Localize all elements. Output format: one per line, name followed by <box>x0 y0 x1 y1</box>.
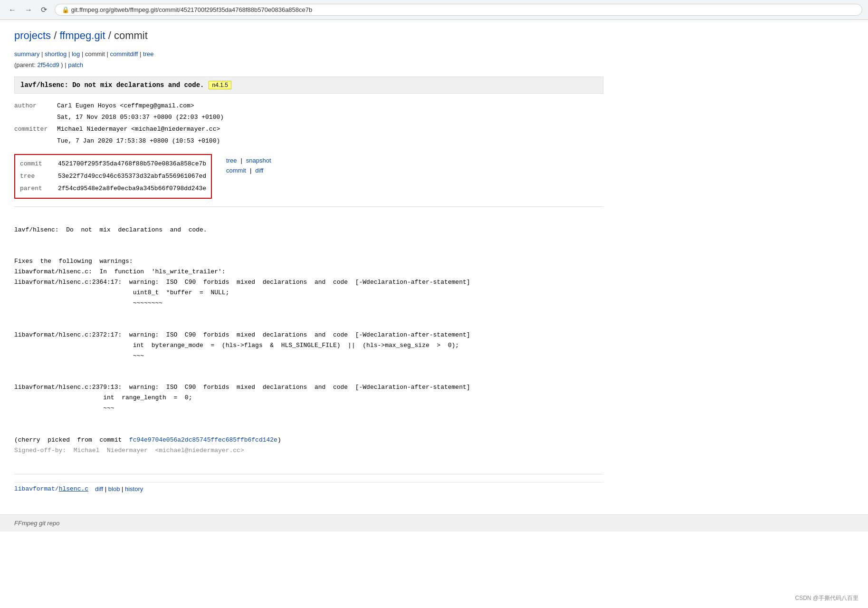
footer-text: FFmpeg git repo <box>14 520 59 527</box>
nav-patch[interactable]: patch <box>68 61 83 68</box>
nav-links: summary | shortlog | log | commit | comm… <box>14 48 603 71</box>
nav-commitdiff[interactable]: commitdiff <box>110 50 138 58</box>
tag-badge: n4.1.5 <box>209 81 231 89</box>
page-footer: FFmpeg git repo <box>0 514 868 531</box>
msg-line15: ~~~ <box>14 405 114 412</box>
parent-hash-value: 2f54cd9548e2a8fe0ecba9a345b66f0798dd243e <box>58 183 206 195</box>
commit-diff-row: commit | diff <box>226 167 271 174</box>
author-name: Carl Eugen Hoyos <ceffmpeg@gmail.com> <box>57 100 194 112</box>
tree-snapshot-row: tree | snapshot <box>226 157 271 164</box>
committer-row: committer Michael Niedermayer <michael@n… <box>14 124 603 135</box>
commit-hash-row: commit 4521700f295f35da4768f88b570e0836a… <box>20 158 206 170</box>
nav-log[interactable]: log <box>72 50 80 58</box>
nav-parent-suffix: ) <box>61 61 63 68</box>
url-text: git.ffmpeg.org/gitweb/ffmpeg.git/commit/… <box>71 6 313 13</box>
breadcrumb-current: commit <box>114 29 148 41</box>
tree-hash-row: tree 53e22f7d49cc946c635373d32abfa556961… <box>20 170 206 183</box>
diff-link[interactable]: diff <box>255 167 263 174</box>
msg-line11: ~~~ <box>14 352 144 359</box>
commit-hash-label: commit <box>20 158 48 170</box>
signed-off: Signed-off-by: Michael Niedermayer <mich… <box>14 447 244 454</box>
nav-shortlog[interactable]: shortlog <box>45 50 67 58</box>
msg-line7: ~~~~~~~~ <box>14 299 162 307</box>
cherry-pick-hash[interactable]: fc94e9704e056a2dc85745ffec685ffb6fcd142e <box>129 436 277 444</box>
hash-table-wrapper: commit 4521700f295f35da4768f88b570e0836a… <box>14 154 603 199</box>
msg-line13: libavformat/hlsenc.c:2379:13: warning: I… <box>14 384 470 391</box>
back-button[interactable]: ← <box>6 4 19 15</box>
author-date: Sat, 17 Nov 2018 05:03:37 +0800 (22:03 +… <box>57 112 224 124</box>
commit-title-bar: lavf/hlsenc: Do not mix declarations and… <box>14 77 603 94</box>
hash-links: tree | snapshot commit | diff <box>226 154 271 174</box>
nav-commit: commit <box>85 50 105 58</box>
parent-hash-label: parent <box>20 183 48 195</box>
address-bar[interactable]: 🔒 git.ffmpeg.org/gitweb/ffmpeg.git/commi… <box>55 4 862 16</box>
msg-line9: libavformat/hlsenc.c:2372:17: warning: I… <box>14 331 470 338</box>
committer-label: committer <box>14 124 57 135</box>
nav-summary[interactable]: summary <box>14 50 39 58</box>
divider-2 <box>14 474 603 474</box>
author-row: author Carl Eugen Hoyos <ceffmpeg@gmail.… <box>14 100 603 112</box>
cherry-pick-text: (cherry picked from commit <box>14 436 129 444</box>
commit-hash-value: 4521700f295f35da4768f88b570e0836a858ce7b <box>58 158 206 170</box>
committer-name: Michael Niedermayer <michael@niedermayer… <box>57 124 220 135</box>
metadata-table: author Carl Eugen Hoyos <ceffmpeg@gmail.… <box>14 100 603 147</box>
cherry-pick-close: ) <box>277 436 281 444</box>
file-diff-link[interactable]: diff <box>95 485 103 492</box>
author-label: author <box>14 100 57 112</box>
breadcrumb: projects / ffmpeg.git / commit <box>14 29 603 42</box>
commit-message: lavf/hlsenc: Do not mix declarations and… <box>14 214 603 466</box>
page-content: projects / ffmpeg.git / commit summary |… <box>0 20 618 505</box>
reload-button[interactable]: ⟳ <box>38 4 50 15</box>
file-list-item: libavformat/hlsenc.c diff | blob | histo… <box>14 482 603 495</box>
file-blob-link[interactable]: blob <box>108 485 120 492</box>
tree-hash-value: 53e22f7d49cc946c635373d32abfa556961067ed <box>58 170 206 183</box>
breadcrumb-repo[interactable]: ffmpeg.git <box>59 29 105 41</box>
file-links: diff | blob | history <box>95 485 143 492</box>
breadcrumb-projects[interactable]: projects <box>14 29 51 41</box>
lock-icon: 🔒 <box>62 6 69 13</box>
hash-table: commit 4521700f295f35da4768f88b570e0836a… <box>14 154 212 199</box>
forward-button[interactable]: → <box>22 4 35 15</box>
nav-tree[interactable]: tree <box>143 50 153 58</box>
msg-line14: int range_length = 0; <box>14 394 192 401</box>
nav-buttons: ← → ⟳ <box>6 4 50 15</box>
msg-line4: libavformat/hlsenc.c: In function 'hls_w… <box>14 268 226 275</box>
divider-1 <box>14 206 603 207</box>
file-history-link[interactable]: history <box>125 485 143 492</box>
parent-hash-row: parent 2f54cd9548e2a8fe0ecba9a345b66f079… <box>20 183 206 195</box>
snapshot-link[interactable]: snapshot <box>246 157 271 164</box>
msg-line5: libavformat/hlsenc.c:2364:17: warning: I… <box>14 279 470 286</box>
nav-parent-hash[interactable]: 2f54cd9 <box>37 61 59 68</box>
file-name-link[interactable]: libavformat/hlsenc.c <box>14 485 88 492</box>
msg-line3: Fixes the following warnings: <box>14 258 133 265</box>
committer-date: Tue, 7 Jan 2020 17:53:38 +0800 (10:53 +0… <box>57 135 220 147</box>
commit-link[interactable]: commit <box>226 167 246 174</box>
msg-line10: int byterange_mode = (hls->flags & HLS_S… <box>14 342 459 349</box>
msg-line1: lavf/hlsenc: Do not mix declarations and… <box>14 226 207 233</box>
tree-link[interactable]: tree <box>226 157 237 164</box>
author-date-row: Sat, 17 Nov 2018 05:03:37 +0800 (22:03 +… <box>14 112 603 124</box>
file-name: libavformat/hlsenc.c <box>14 485 88 492</box>
tree-hash-label: tree <box>20 170 48 183</box>
committer-date-row: Tue, 7 Jan 2020 17:53:38 +0800 (10:53 +0… <box>14 135 603 147</box>
msg-line6: uint8_t *buffer = NULL; <box>14 289 229 296</box>
browser-toolbar: ← → ⟳ 🔒 git.ffmpeg.org/gitweb/ffmpeg.git… <box>0 0 868 20</box>
commit-title-text: lavf/hlsenc: Do not mix declarations and… <box>20 81 204 89</box>
nav-parent-text: (parent: <box>14 61 36 68</box>
